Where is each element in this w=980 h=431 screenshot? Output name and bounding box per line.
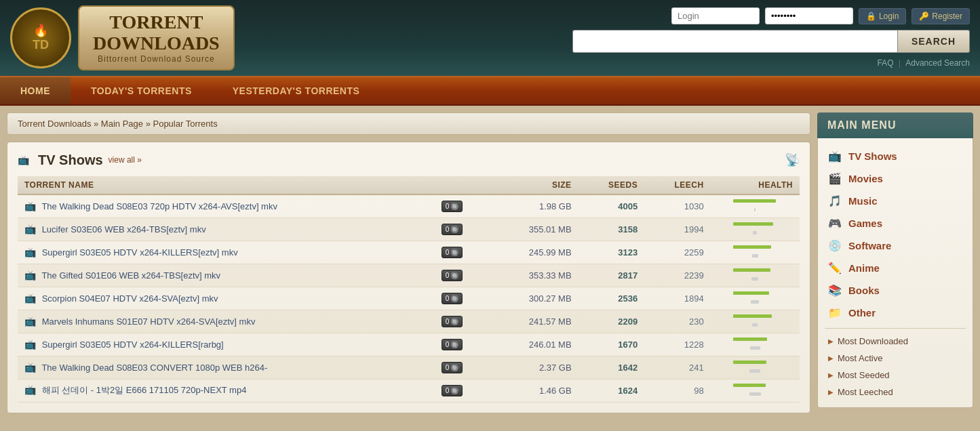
links-row: FAQ | Advanced Search bbox=[877, 58, 970, 68]
torrent-link[interactable]: The Walking Dead S08E03 720p HDTV x264-A… bbox=[41, 201, 277, 211]
toggle-icon: 🔘 bbox=[450, 341, 458, 348]
table-row: 📺 Supergirl S03E05 HDTV x264-KILLERS[ezt… bbox=[18, 241, 800, 264]
leech-cell: 230 bbox=[644, 310, 711, 333]
login-button[interactable]: 🔒 Login bbox=[859, 8, 906, 24]
size-cell: 245.99 MB bbox=[492, 241, 579, 264]
faq-link[interactable]: FAQ bbox=[877, 58, 893, 68]
table-row: 📺 Supergirl S03E05 HDTV x264-KILLERS[rar… bbox=[18, 333, 800, 356]
sidebar-divider bbox=[825, 328, 966, 329]
toggle-button[interactable]: 0 🔘 bbox=[442, 339, 463, 350]
anime-icon: ✏️ bbox=[828, 262, 842, 274]
table-row: 📺 Scorpion S04E07 HDTV x264-SVA[eztv] mk… bbox=[18, 287, 800, 310]
sidebar-item-books[interactable]: 📚 Books bbox=[818, 279, 973, 302]
sidebar-label-most-active: Most Active bbox=[838, 353, 882, 363]
other-icon: 📁 bbox=[828, 306, 842, 319]
sidebar-label-most-seeded: Most Seeded bbox=[838, 370, 890, 380]
health-bar-green bbox=[733, 245, 771, 249]
toggle-button[interactable]: 0 🔘 bbox=[442, 224, 463, 235]
nav-bar: HOME TODAY'S TORRENTS YESTERDAY'S TORREN… bbox=[0, 76, 980, 106]
password-input[interactable] bbox=[765, 7, 853, 24]
search-input[interactable] bbox=[572, 30, 898, 53]
search-button[interactable]: SEARCH bbox=[898, 30, 970, 53]
breadcrumb-main-link[interactable]: Main Page bbox=[101, 119, 143, 129]
health-bar-grey bbox=[751, 300, 759, 304]
toggle-icon: 🔘 bbox=[450, 203, 458, 210]
leech-cell: 241 bbox=[644, 356, 711, 379]
toggle-cell: 0 🔘 bbox=[429, 310, 492, 333]
leech-cell: 2259 bbox=[644, 241, 711, 264]
content-area: Torrent Downloads » Main Page » Popular … bbox=[7, 112, 810, 413]
toggle-cell: 0 🔘 bbox=[429, 218, 492, 241]
logo-subtitle: Bittorrent Download Source bbox=[93, 54, 220, 64]
leech-cell: 2239 bbox=[644, 264, 711, 287]
sidebar-item-software[interactable]: 💿 Software bbox=[818, 234, 973, 257]
sidebar-sub-most-downloaded[interactable]: ▶ Most Downloaded bbox=[818, 333, 973, 350]
health-bar-green bbox=[733, 268, 770, 272]
sidebar-item-movies[interactable]: 🎬 Movies bbox=[818, 167, 973, 190]
sidebar-label-movies: Movies bbox=[848, 173, 883, 184]
sidebar-sub-most-seeded[interactable]: ▶ Most Seeded bbox=[818, 367, 973, 384]
health-cell bbox=[711, 310, 800, 333]
seeds-cell: 2209 bbox=[579, 310, 645, 333]
torrent-tv-icon: 📺 bbox=[24, 384, 36, 395]
sidebar-label-other: Other bbox=[848, 307, 876, 319]
leech-cell: 1994 bbox=[644, 218, 711, 241]
logo-text-area: TORRENTDOWNLOADS Bittorrent Download Sou… bbox=[78, 5, 235, 70]
toggle-button[interactable]: 0 🔘 bbox=[442, 385, 463, 396]
health-bar-grey bbox=[751, 277, 758, 281]
torrent-link[interactable]: Lucifer S03E06 WEB x264-TBS[eztv] mkv bbox=[42, 224, 206, 234]
health-bar-green bbox=[733, 222, 773, 226]
torrent-link[interactable]: Supergirl S03E05 HDTV x264-KILLERS[rarbg… bbox=[42, 340, 224, 350]
games-icon: 🎮 bbox=[828, 217, 842, 230]
health-cell bbox=[711, 379, 800, 402]
torrent-link[interactable]: The Walking Dead S08E03 CONVERT 1080p WE… bbox=[41, 363, 267, 373]
arrow-most-seeded: ▶ bbox=[828, 371, 834, 379]
health-bar-container bbox=[733, 384, 777, 398]
torrent-link[interactable]: Scorpion S04E07 HDTV x264-SVA[eztv] mkv bbox=[42, 293, 218, 304]
health-cell bbox=[711, 241, 800, 264]
nav-item-yesterday[interactable]: YESTERDAY'S TORRENTS bbox=[212, 77, 380, 104]
health-bar-container bbox=[733, 291, 777, 306]
health-bar-container bbox=[733, 314, 777, 329]
advanced-search-link[interactable]: Advanced Search bbox=[905, 58, 970, 68]
toggle-button[interactable]: 0 🔘 bbox=[442, 293, 463, 304]
torrent-link[interactable]: Supergirl S03E05 HDTV x264-KILLERS[eztv]… bbox=[42, 247, 238, 258]
toggle-cell: 0 🔘 bbox=[429, 264, 492, 287]
register-button[interactable]: 🔑 Register bbox=[912, 8, 970, 24]
sidebar-item-other[interactable]: 📁 Other bbox=[818, 302, 973, 324]
breadcrumb-home-link[interactable]: Torrent Downloads bbox=[18, 119, 91, 129]
toggle-icon: 🔘 bbox=[450, 387, 458, 394]
health-bar-container bbox=[733, 337, 777, 352]
login-input[interactable] bbox=[671, 7, 760, 24]
torrent-table: TORRENT NAME SIZE SEEDS LEECH HEALTH 📺 T… bbox=[18, 176, 800, 403]
torrent-link[interactable]: 해피 선데이 - 1박2일 E666 171105 720p-NEXT mp4 bbox=[42, 385, 247, 395]
toggle-button[interactable]: 0 🔘 bbox=[442, 316, 463, 327]
sidebar-item-games[interactable]: 🎮 Games bbox=[818, 212, 973, 234]
col-health: HEALTH bbox=[711, 176, 800, 194]
sidebar-label-tv: TV Shows bbox=[848, 150, 897, 162]
logo-area: 🔥TD TORRENTDOWNLOADS Bittorrent Download… bbox=[10, 5, 235, 70]
nav-item-today[interactable]: TODAY'S TORRENTS bbox=[71, 77, 212, 104]
health-bar-green bbox=[733, 337, 767, 341]
sidebar-sub-most-leeched[interactable]: ▶ Most Leeched bbox=[818, 384, 973, 401]
view-all-link[interactable]: view all » bbox=[109, 155, 142, 165]
health-bar-container bbox=[733, 361, 777, 375]
sidebar-item-music[interactable]: 🎵 Music bbox=[818, 190, 973, 212]
torrent-link[interactable]: The Gifted S01E06 WEB x264-TBS[eztv] mkv bbox=[41, 270, 220, 281]
sidebar-sub-most-active[interactable]: ▶ Most Active bbox=[818, 350, 973, 367]
toggle-cell: 0 🔘 bbox=[429, 333, 492, 356]
toggle-button[interactable]: 0 🔘 bbox=[442, 362, 463, 373]
seeds-cell: 2817 bbox=[579, 264, 645, 287]
toggle-button[interactable]: 0 🔘 bbox=[442, 247, 463, 258]
rss-icon[interactable]: 📡 bbox=[785, 152, 800, 167]
sidebar-item-anime[interactable]: ✏️ Anime bbox=[818, 257, 973, 279]
sidebar-item-tv[interactable]: 📺 TV Shows bbox=[818, 145, 973, 167]
toggle-button[interactable]: 0 🔘 bbox=[442, 270, 463, 281]
nav-item-home[interactable]: HOME bbox=[0, 77, 71, 104]
health-cell bbox=[711, 264, 800, 287]
toggle-cell: 0 🔘 bbox=[429, 356, 492, 379]
toggle-button[interactable]: 0 🔘 bbox=[442, 201, 463, 212]
torrent-link[interactable]: Marvels Inhumans S01E07 HDTV x264-SVA[ez… bbox=[42, 316, 256, 327]
col-seeds: SEEDS bbox=[579, 176, 645, 194]
size-cell: 355.01 MB bbox=[492, 218, 579, 241]
